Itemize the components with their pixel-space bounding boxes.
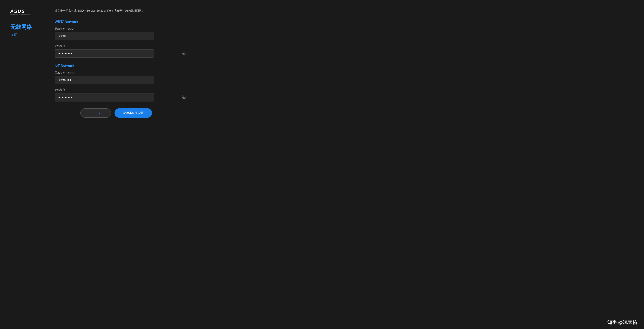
eye-slash-icon [182,52,186,55]
iot-password-label: 无线加密 [55,88,188,92]
wifi7-password-input[interactable] [55,49,154,57]
iot-ssid-label: 无线名称（SSID） [55,71,188,74]
iot-network-section: IoT Network 无线名称（SSID） 无线加密 [55,64,188,101]
sidebar-subtitle: 设置 [10,32,17,37]
wifi7-section-title: WiFi7 Network [55,20,188,24]
wifi7-ssid-group: 无线名称（SSID） [55,27,188,40]
iot-section-title: IoT Network [55,64,188,68]
watermark: 知乎 @况天佑 [0,316,644,329]
wifi7-toggle-password-button[interactable] [182,52,186,55]
iot-ssid-input-wrapper [55,76,188,84]
iot-password-group: 无线加密 [55,88,188,101]
asus-slogan: IN SEARCH OF INCREDIBLE [10,14,30,15]
wifi7-ssid-input[interactable] [55,32,154,40]
sidebar-title: 无线网络 [10,23,32,31]
eye-slash-icon-2 [182,95,186,99]
wifi7-password-input-wrapper [55,49,188,57]
iot-ssid-group: 无线名称（SSID） [55,71,188,84]
wifi7-ssid-label: 无线名称（SSID） [55,27,188,30]
asus-brand-name: ASUS [10,8,25,14]
asus-logo: ASUS IN SEARCH OF INCREDIBLE [10,8,30,15]
wifi7-password-label: 无线加密 [55,44,188,48]
iot-password-input-wrapper [55,93,188,101]
iot-toggle-password-button[interactable] [182,95,186,99]
wifi7-ssid-input-wrapper [55,32,188,40]
buttons-row: 上一步 应用本页面设置 [44,108,188,118]
wifi7-password-group: 无线加密 [55,44,188,57]
iot-password-input[interactable] [55,93,154,101]
sidebar: ASUS IN SEARCH OF INCREDIBLE 无线网络 设置 [10,7,44,309]
apply-button[interactable]: 应用本页面设置 [114,108,152,118]
iot-ssid-input[interactable] [55,76,154,84]
main-content: 设定唯一的名称或 SSID（Service Set Identifier）方便辨… [44,7,198,309]
back-button[interactable]: 上一步 [80,108,111,118]
watermark-text: 知乎 @况天佑 [607,320,637,325]
wifi7-network-section: WiFi7 Network 无线名称（SSID） 无线加密 [55,20,188,57]
page-description: 设定唯一的名称或 SSID（Service Set Identifier）方便辨… [55,8,154,13]
